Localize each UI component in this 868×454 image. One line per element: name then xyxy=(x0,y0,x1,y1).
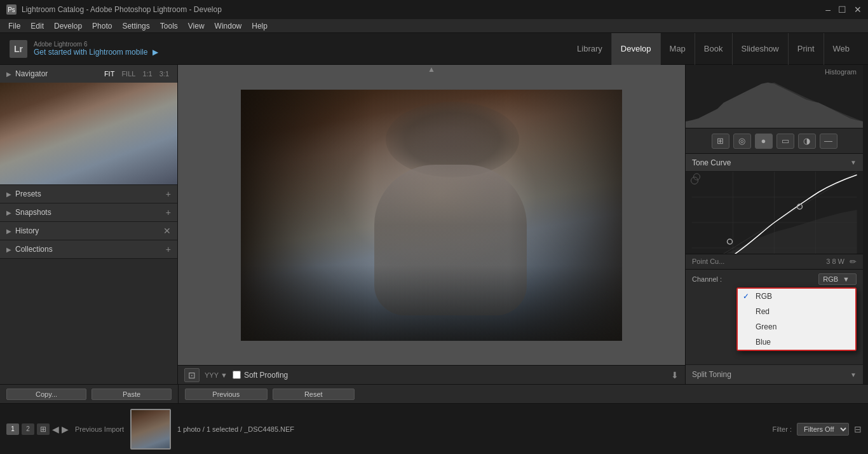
left-panel: ▶ Navigator FIT FILL 1:1 3:1 ▶ Presets + xyxy=(0,65,178,384)
channel-option-green[interactable]: Green xyxy=(738,319,855,334)
adobe-lr-label: Adobe Lightroom 6 xyxy=(34,41,158,48)
channel-popup: ✓ RGB Red Green Blue xyxy=(736,287,857,351)
menu-tools[interactable]: Tools xyxy=(155,22,183,31)
navigator-header[interactable]: ▶ Navigator FIT FILL 1:1 3:1 xyxy=(0,65,177,83)
fit-button[interactable]: FIT xyxy=(102,69,117,78)
view-yyy[interactable]: YYY xyxy=(205,371,219,379)
menu-file[interactable]: File xyxy=(3,22,25,31)
prev-arrow[interactable]: ◀ xyxy=(52,424,59,434)
grid-view-tool[interactable]: ⊞ xyxy=(712,134,729,149)
get-started-arrow[interactable]: ▶ xyxy=(153,48,158,57)
snapshots-section: ▶ Snapshots + xyxy=(0,203,177,222)
top-nav: Lr Adobe Lightroom 6 Get started with Li… xyxy=(0,33,868,65)
collections-add-icon[interactable]: + xyxy=(166,244,171,254)
split-toning-collapse[interactable]: ▼ xyxy=(850,371,857,378)
fill-button[interactable]: FILL xyxy=(119,69,137,78)
spot-tool[interactable]: ● xyxy=(755,134,773,149)
module-web[interactable]: Web xyxy=(824,33,859,65)
channel-row: Channel : RGB ▼ xyxy=(692,273,857,285)
module-map[interactable]: Map xyxy=(661,33,695,65)
tone-curve-collapse[interactable]: ▼ xyxy=(850,159,857,166)
histogram-tools: ⊞ ◎ ● ▭ ◑ — xyxy=(686,128,863,154)
snapshots-triangle: ▶ xyxy=(6,209,11,216)
module-nav: Library Develop Map Book Slideshow Print… xyxy=(568,33,858,65)
page-controls: 1 2 ⊞ ◀ ▶ xyxy=(6,423,69,435)
top-expand-icon[interactable]: ▲ xyxy=(428,65,435,74)
module-develop[interactable]: Develop xyxy=(612,33,661,65)
page-2-button[interactable]: 2 xyxy=(22,423,34,435)
crop-overlay-tool[interactable]: ⊡ xyxy=(184,368,200,382)
photo-image xyxy=(241,90,622,341)
view-options: YYY ▼ xyxy=(205,371,227,379)
channel-option-red[interactable]: Red xyxy=(738,304,855,319)
navigator-preview xyxy=(0,83,177,184)
get-started-label[interactable]: Get started with Lightroom mobile ▶ xyxy=(34,48,158,57)
collections-label: Collections xyxy=(15,245,163,254)
expand-icon[interactable]: ⬇ xyxy=(671,370,679,380)
copy-paste-area: Copy... Paste xyxy=(0,385,178,403)
module-library[interactable]: Library xyxy=(568,33,612,65)
point-curve-row: Point Cu... 3 8 W ✏ xyxy=(686,254,863,269)
menu-window[interactable]: Window xyxy=(210,22,247,31)
zoom-button[interactable]: 3:1 xyxy=(158,69,171,78)
copy-button[interactable]: Copy... xyxy=(6,389,86,400)
point-curve-edit-icon[interactable]: ✏ xyxy=(850,257,857,266)
app-icon: Ps xyxy=(6,4,17,15)
maximize-button[interactable]: ☐ xyxy=(838,4,846,15)
presets-add-icon[interactable]: + xyxy=(166,189,171,199)
menu-settings[interactable]: Settings xyxy=(117,22,154,31)
circle-tool[interactable]: ◎ xyxy=(733,134,751,149)
close-button[interactable]: ✕ xyxy=(854,4,862,15)
reset-button[interactable]: Reset xyxy=(273,389,355,400)
menu-photo[interactable]: Photo xyxy=(87,22,117,31)
menu-develop[interactable]: Develop xyxy=(49,22,87,31)
history-triangle: ▶ xyxy=(6,228,11,235)
module-slideshow[interactable]: Slideshow xyxy=(733,33,789,65)
navigator-label: Navigator xyxy=(15,69,99,78)
collections-header[interactable]: ▶ Collections + xyxy=(0,240,177,258)
paste-button[interactable]: Paste xyxy=(92,389,172,400)
channel-option-blue[interactable]: Blue xyxy=(738,334,855,350)
tone-curve-header[interactable]: Tone Curve ▼ xyxy=(686,154,863,172)
filter-area: Filter : Filters Off ⊟ xyxy=(772,423,862,436)
minus-tool-btn[interactable]: — xyxy=(820,134,837,149)
filter-expand-icon[interactable]: ⊟ xyxy=(854,424,862,434)
filmstrip-thumbnail[interactable] xyxy=(130,409,171,450)
main-area: ▶ Navigator FIT FILL 1:1 3:1 ▶ Presets + xyxy=(0,65,868,384)
module-print[interactable]: Print xyxy=(789,33,824,65)
point-curve-label: Point Cu... xyxy=(692,258,826,265)
rect-tool[interactable]: ▭ xyxy=(776,134,794,149)
photo-display xyxy=(241,90,622,341)
menu-help[interactable]: Help xyxy=(247,22,273,31)
presets-section: ▶ Presets + xyxy=(0,185,177,203)
right-overflow-strip xyxy=(863,65,868,384)
one-to-one-button[interactable]: 1:1 xyxy=(140,69,154,78)
module-book[interactable]: Book xyxy=(695,33,733,65)
history-label: History xyxy=(15,226,160,235)
split-toning-header[interactable]: Split Toning ▼ xyxy=(686,365,863,384)
filmstrip: 1 2 ⊞ ◀ ▶ Previous Import 1 photo / 1 se… xyxy=(0,403,868,454)
grid-button[interactable]: ⊞ xyxy=(37,423,50,435)
page-1-button[interactable]: 1 xyxy=(6,423,19,435)
view-arrow[interactable]: ▼ xyxy=(220,371,227,379)
history-section: ▶ History ✕ xyxy=(0,222,177,240)
point-curve-value: 3 8 W xyxy=(826,258,844,265)
filter-dropdown[interactable]: Filters Off xyxy=(797,423,849,436)
halfcircle-tool[interactable]: ◑ xyxy=(798,134,816,149)
previous-button[interactable]: Previous xyxy=(185,389,268,400)
presets-header[interactable]: ▶ Presets + xyxy=(0,185,177,203)
next-arrow[interactable]: ▶ xyxy=(62,424,69,434)
title-bar: Ps Lightroom Catalog - Adobe Photoshop L… xyxy=(0,0,868,19)
window-title: Lightroom Catalog - Adobe Photoshop Ligh… xyxy=(22,5,222,14)
snapshots-header[interactable]: ▶ Snapshots + xyxy=(0,203,177,221)
channel-option-rgb[interactable]: ✓ RGB xyxy=(738,289,855,304)
minimize-button[interactable]: – xyxy=(825,4,831,15)
history-close-icon[interactable]: ✕ xyxy=(163,226,171,236)
snapshots-add-icon[interactable]: + xyxy=(166,207,171,217)
channel-dropdown[interactable]: RGB ▼ xyxy=(818,273,857,285)
history-header[interactable]: ▶ History ✕ xyxy=(0,222,177,240)
soft-proofing-checkbox[interactable] xyxy=(233,371,241,379)
soft-proofing-toggle[interactable]: Soft Proofing xyxy=(233,371,288,380)
menu-view[interactable]: View xyxy=(183,22,210,31)
menu-edit[interactable]: Edit xyxy=(25,22,49,31)
